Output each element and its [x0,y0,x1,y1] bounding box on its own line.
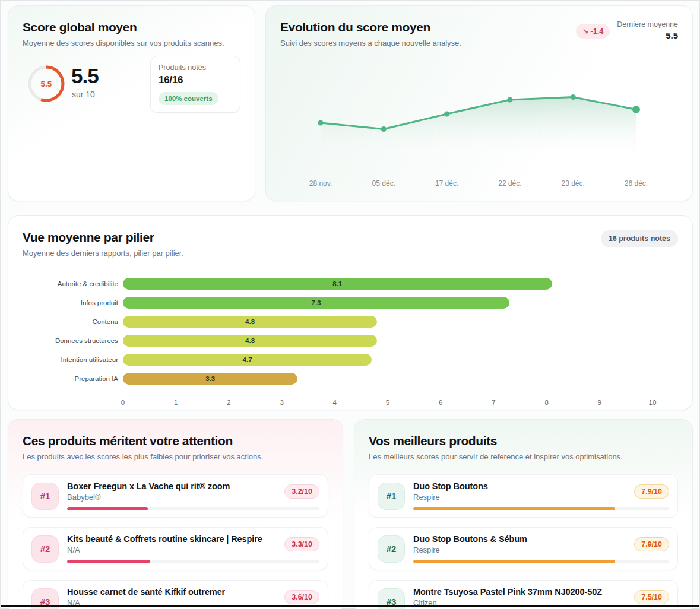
rated-products-box: Produits notés 16/16 100% couverts [150,56,240,113]
x-axis-tick: 9 [598,399,601,406]
rank-badge: #1 [31,483,59,510]
pillars-card: Vue moyenne par pilier Moyenne des derni… [8,215,693,410]
list-item[interactable]: #1 Boxer Freegun x La Vache qui rit® zoo… [23,474,328,518]
pillar-bar: 7.3 [123,297,509,309]
score-badge: 3.3/10 [284,537,319,551]
pillar-row: Contenu4.8 [23,312,678,331]
pillar-bar: 3.3 [123,373,297,385]
pillars-x-axis: 012345678910 [123,395,653,408]
x-axis-label: 05 déc. [372,179,395,188]
last-average-label: Derniere moyenne [617,20,678,28]
product-title: Boxer Freegun x La Vache qui rit® zoom [67,481,230,491]
score-card-title: Score global moyen [23,20,240,34]
score-badge: 7.5/10 [634,590,669,604]
score-progress-fill [413,560,615,563]
score-progress-track [413,507,669,510]
x-axis-tick: 10 [649,399,657,406]
score-progress-track [67,560,319,563]
score-badge: 7.9/10 [634,484,669,499]
list-item[interactable]: #2 Kits beauté & Coffrets routine skinca… [23,527,328,570]
pillars-card-subtitle: Moyenne des derniers rapports, pilier pa… [23,249,183,259]
rank-badge: #2 [378,535,405,563]
x-axis-tick: 4 [333,399,337,406]
product-brand: Respire [413,493,488,502]
product-title: Kits beauté & Coffrets routine skincare … [67,534,262,544]
pillar-value: 4.8 [245,337,255,344]
pillar-bar-area: 3.3 [123,373,653,385]
pillar-bar-area: 7.3 [123,297,653,309]
chart-point [632,106,640,113]
rated-count-badge: 16 produits notés [601,230,678,247]
score-badge: 3.2/10 [284,484,319,499]
pillar-label: Autorite & credibilite [23,280,123,287]
pillar-value: 4.8 [245,318,255,325]
average-score-value: 5.5 [71,64,99,88]
pillar-bar: 4.8 [123,316,377,328]
product-brand: N/A [67,545,262,554]
pillar-row: Preparation IA3.3 [23,369,678,388]
x-axis-tick: 1 [174,399,178,406]
delta-badge: ↘ -1.4 [576,24,610,39]
pillar-label: Donnees structurees [23,337,123,344]
chart-point [318,120,324,126]
list-item[interactable]: #1 Duo Stop Boutons Respire 7.9/10 [369,474,678,518]
chart-point [381,126,387,132]
chart-point [571,94,576,100]
list-item[interactable]: #2 Duo Stop Boutons & Sébum Respire 7.9/… [369,527,678,570]
rank-badge: #1 [378,483,405,510]
score-progress-fill [67,507,148,510]
pillar-label: Contenu [23,318,123,325]
x-axis-tick: 2 [227,399,230,406]
pillar-bar-area: 8.1 [123,278,653,290]
x-axis-tick: 7 [492,399,495,406]
pillar-label: Preparation IA [23,375,123,382]
last-average-value: 5.5 [617,30,678,40]
x-axis-tick: 0 [121,399,125,406]
score-card-subtitle: Moyenne des scores disponibles sur vos p… [23,39,240,49]
score-gauge: 5.5 [28,65,65,102]
pillar-label: Infos produit [23,299,123,306]
score-progress-track [413,560,669,563]
product-title: Duo Stop Boutons [413,481,488,491]
x-axis-tick: 5 [386,399,389,406]
score-global-card: Score global moyen Moyenne des scores di… [8,5,255,201]
best-card-title: Vos meilleurs produits [369,434,678,448]
score-badge: 3.6/10 [284,590,319,604]
rated-products-value: 16/16 [159,74,232,86]
pillar-value: 3.3 [205,375,215,382]
score-evolution-card: Evolution du score moyen Suivi des score… [265,5,693,201]
pillar-row: Infos produit7.3 [23,293,678,312]
product-title: Montre Tsuyosa Pastel Pink 37mm NJ0200-5… [413,587,602,597]
x-axis-label: 28 nov. [309,179,332,188]
attention-card-title: Ces produits méritent votre attention [23,434,328,448]
score-progress-fill [67,560,150,563]
score-progress-fill [413,507,615,510]
x-axis-tick: 8 [544,399,548,406]
pillar-bar-area: 4.8 [123,316,653,328]
x-axis-tick: 6 [439,399,442,406]
pillar-bar-area: 4.8 [123,335,653,347]
score-badge: 7.9/10 [634,537,669,551]
pillars-bar-chart: Autorite & credibilite8.1Infos produit7.… [23,274,678,408]
attention-card-subtitle: Les produits avec les scores les plus fa… [23,452,328,462]
dashboard-viewport: Score global moyen Moyenne des scores di… [0,0,700,609]
gauge-value-label: 5.5 [28,65,65,102]
pillar-row: Donnees structurees4.8 [23,331,678,350]
x-axis-label: 22 déc. [498,179,521,188]
pillars-card-title: Vue moyenne par pilier [23,230,183,245]
pillar-bar: 4.7 [123,354,372,366]
pillar-bar: 8.1 [123,278,552,290]
x-axis-label: 23 déc. [562,179,585,188]
rated-products-label: Produits notés [159,64,232,72]
attention-products-card: Ces produits méritent votre attention Le… [8,419,343,609]
pillar-bar-area: 4.7 [123,354,653,366]
average-score-suffix: sur 10 [72,90,95,99]
score-progress-track [67,507,319,510]
chart-point [507,97,512,103]
best-products-card: Vos meilleurs produits Les meilleurs sco… [354,419,693,609]
pillar-value: 4.7 [243,356,252,363]
evolution-card-subtitle: Suivi des scores moyens a chaque nouvell… [280,39,461,49]
best-card-subtitle: Les meilleurs scores pour servir de refe… [369,452,678,462]
product-title: Duo Stop Boutons & Sébum [413,534,527,544]
x-axis-label: 17 déc. [435,179,458,188]
